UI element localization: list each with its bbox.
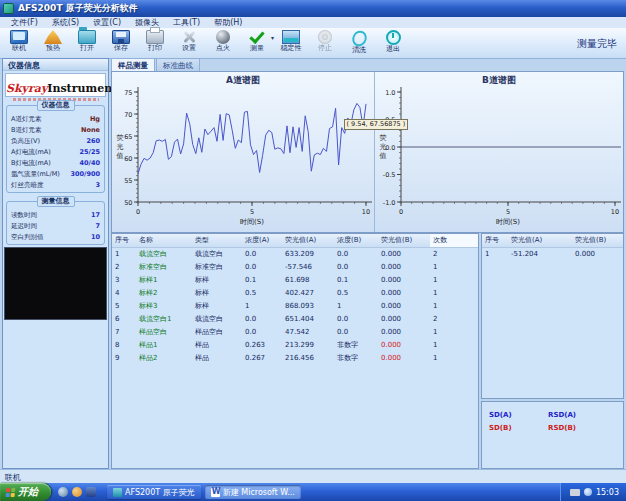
column-header[interactable]: 荧光值(A): [282, 234, 334, 247]
window-title: AFS200T 原子荧光分析软件: [18, 2, 138, 15]
cell: 0.000: [378, 313, 430, 326]
cell: 0.000: [378, 274, 430, 287]
cell: 0.263: [242, 339, 282, 352]
column-header[interactable]: 名称: [136, 234, 192, 247]
main-area: 样品测量 标准曲线 A道谱图5055606570750510时间(S)荧光值( …: [111, 58, 624, 469]
cell: 4: [112, 287, 136, 300]
clean-button[interactable]: 清洗: [342, 28, 376, 57]
cell: 0.1: [242, 274, 282, 287]
sample-table: 序号名称类型浓度(A)荧光值(A)浓度(B)荧光值(B)次数1载流空白载流空白0…: [111, 233, 479, 469]
save-button[interactable]: 保存: [104, 28, 138, 57]
tray-keyboard-icon[interactable]: [570, 489, 580, 496]
camera-preview[interactable]: [4, 247, 107, 320]
toolbar: 联机预热打开保存打印设置点火测量▾稳定性停止清洗退出测量完毕: [0, 28, 626, 59]
table-row[interactable]: 6载流空白1载流空白0.0651.4040.00.0002: [112, 313, 478, 326]
svg-text:0: 0: [399, 208, 403, 216]
cell: 标样: [192, 287, 242, 300]
column-header[interactable]: 次数: [430, 234, 478, 247]
exit-button[interactable]: 退出: [376, 28, 410, 57]
cell: 样品2: [136, 352, 192, 365]
svg-text:A道谱图: A道谱图: [226, 75, 260, 85]
cell: 载流空白: [192, 313, 242, 326]
menu-item[interactable]: 工具(T): [166, 17, 207, 28]
column-header[interactable]: 浓度(B): [334, 234, 378, 247]
cell: 0.000: [378, 300, 430, 313]
table-row[interactable]: 3标样1标样0.161.6980.10.0001: [112, 274, 478, 287]
cell: 0.000: [378, 261, 430, 274]
quick-launch-icon-1[interactable]: [58, 487, 68, 497]
table-row[interactable]: 4标样2标样0.5402.4270.50.0001: [112, 287, 478, 300]
cell: 0.000: [378, 352, 430, 365]
svg-text:0.0: 0.0: [385, 144, 395, 152]
quick-launch-icon-2[interactable]: [72, 487, 82, 497]
column-header[interactable]: 序号: [112, 234, 136, 247]
table-row[interactable]: 7样品空白样品空白0.047.5420.00.0001: [112, 326, 478, 339]
cell: 1: [430, 287, 478, 300]
exit-icon: [386, 30, 401, 45]
column-header[interactable]: 序号: [482, 234, 508, 247]
column-header[interactable]: 荧光值(A): [508, 234, 572, 247]
save-icon: [112, 30, 130, 44]
measure-button[interactable]: 测量▾: [240, 28, 274, 57]
quick-launch-icon-3[interactable]: [86, 487, 96, 497]
stop-icon: [318, 30, 332, 44]
svg-text:55: 55: [124, 177, 132, 185]
table-row[interactable]: 1-51.2040.000: [482, 248, 623, 261]
tab-standard-curve[interactable]: 标准曲线: [156, 58, 200, 72]
column-header[interactable]: 类型: [192, 234, 242, 247]
svg-text:时间(S): 时间(S): [496, 218, 520, 226]
cell: 1: [430, 326, 478, 339]
instrument-info-group: 仪器信息 A道灯元素HgB道灯元素None负高压(V)260A灯电流(mA)25…: [6, 105, 105, 193]
cell: 样品空白: [192, 326, 242, 339]
window-titlebar: AFS200T 原子荧光分析软件: [0, 0, 626, 17]
column-header[interactable]: 荧光值(B): [572, 234, 623, 247]
menu-item[interactable]: 文件(F): [4, 17, 45, 28]
brand-logo-red: Skyray: [6, 82, 47, 95]
info-row: B道灯元素None: [7, 125, 104, 136]
open-button[interactable]: 打开: [70, 28, 104, 57]
cell: 2: [430, 313, 478, 326]
table-row[interactable]: 8样品1样品0.263213.299非数字0.0001: [112, 339, 478, 352]
clock[interactable]: 15:03: [596, 488, 619, 497]
tray-volume-icon[interactable]: [584, 488, 592, 496]
cell: 0.0: [334, 326, 378, 339]
cell: 0.0: [242, 248, 282, 261]
svg-text:5: 5: [250, 208, 254, 216]
table-row[interactable]: 1载流空白载流空白0.0633.2090.00.0002: [112, 248, 478, 261]
cell: 1: [334, 300, 378, 313]
start-button[interactable]: 开始: [0, 483, 51, 501]
brand-logo-black: Instrument: [47, 82, 117, 95]
column-header[interactable]: 荧光值(B): [378, 234, 430, 247]
ignite-button[interactable]: 点火: [206, 28, 240, 57]
tab-sample-measure[interactable]: 样品测量: [111, 58, 155, 72]
svg-text:10: 10: [611, 208, 619, 216]
column-header[interactable]: 浓度(A): [242, 234, 282, 247]
menu-item[interactable]: 帮助(H): [207, 17, 249, 28]
measure-icon: [248, 30, 266, 44]
table-row[interactable]: 9样品2样品0.267216.456非数字0.0001: [112, 352, 478, 365]
measure-status-text: 测量完毕: [577, 37, 617, 51]
cell: 0.000: [378, 287, 430, 300]
svg-text:值: 值: [380, 152, 387, 160]
menu-item[interactable]: 设置(C): [86, 17, 128, 28]
menu-item[interactable]: 摄像头: [128, 17, 166, 28]
settings-button[interactable]: 设置: [172, 28, 206, 57]
cell: -51.204: [508, 248, 572, 261]
table-row[interactable]: 5标样3标样1868.09310.0001: [112, 300, 478, 313]
chart-b-spectrum[interactable]: B道谱图-1.0-0.50.00.51.00510时间(S)荧光值: [374, 72, 623, 232]
print-button[interactable]: 打印: [138, 28, 172, 57]
taskbar-task[interactable]: AFS200T 原子荧光: [107, 485, 201, 499]
table-row[interactable]: 2标准空白标准空白0.0-57.5460.00.0001: [112, 261, 478, 274]
stability-button[interactable]: 稳定性: [274, 28, 308, 57]
cell: 样品: [192, 352, 242, 365]
cell: 1: [430, 261, 478, 274]
cell: 0.000: [378, 248, 430, 261]
group-title: 测量信息: [37, 196, 75, 207]
charts-row: A道谱图5055606570750510时间(S)荧光值( 9.54, 67.5…: [111, 71, 624, 233]
preheat-button[interactable]: 预热: [36, 28, 70, 57]
connect-button[interactable]: 联机: [2, 28, 36, 57]
cell: 0.1: [334, 274, 378, 287]
taskbar-task[interactable]: 新建 Microsoft W...: [205, 485, 301, 499]
stop-button[interactable]: 停止: [308, 28, 342, 57]
chart-a-spectrum[interactable]: A道谱图5055606570750510时间(S)荧光值( 9.54, 67.5…: [112, 72, 374, 232]
